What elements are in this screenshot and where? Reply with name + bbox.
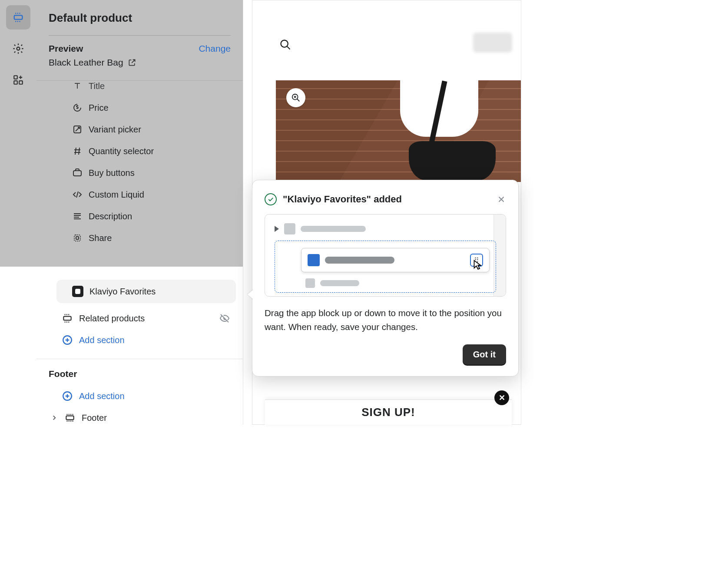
page-title: Default product [49,11,231,25]
add-section-label: Add section [79,391,125,401]
preview-product-name: Black Leather Bag [49,57,123,68]
tree-item-label: Share [89,233,112,243]
close-icon[interactable] [497,195,506,204]
sidebar-header: Default product Preview Change Black Lea… [36,0,243,81]
tree-item-custom-liquid[interactable]: Custom Liquid [36,184,243,205]
tree-item-label: Related products [79,314,145,324]
drag-illustration [265,214,506,297]
price-icon [72,102,83,113]
section-icon [64,412,76,423]
sections-tab-icon[interactable] [6,5,30,30]
popover-body: Drag the app block up or down to move it… [265,306,506,334]
footer-section: Footer Add section Footer [36,359,243,425]
tree-item-share[interactable]: Share [36,227,243,249]
signup-banner: ✕ SIGN UP! [265,400,512,425]
tree-item-label: Description [89,211,132,221]
add-section[interactable]: Add section [36,329,243,351]
code-icon [72,189,83,200]
footer-add-section[interactable]: Add section [36,385,243,407]
popover: "Klaviyo Favorites" added Drag th [252,180,519,377]
svg-rect-9 [63,317,71,320]
product-image [276,80,521,182]
store-logo [473,33,512,53]
footer-item-label: Footer [82,413,107,423]
svg-rect-2 [14,76,17,79]
svg-point-1 [17,47,20,50]
success-icon [265,193,277,205]
change-link[interactable]: Change [199,43,231,54]
preview-label: Preview [49,43,83,54]
close-icon[interactable]: ✕ [494,390,509,405]
tree-item-price[interactable]: Price [36,97,243,119]
tree-item-label: Klaviyo Favorites [89,287,156,297]
plus-circle-icon [62,390,73,402]
variant-icon [72,124,83,135]
tree-item-label: Price [89,103,109,113]
tree-item-variant[interactable]: Variant picker [36,119,243,140]
section-icon [62,313,73,324]
plus-circle-icon [62,334,73,346]
svg-rect-0 [14,15,23,19]
tree-list-lower: Klaviyo Favorites Related products Add s… [36,267,243,425]
svg-rect-8 [76,237,79,239]
preview-product[interactable]: Black Leather Bag [49,57,231,68]
tree-item-quantity[interactable]: Quantity selector [36,140,243,162]
tree-item-related[interactable]: Related products [36,307,243,329]
popover-title: "Klaviyo Favorites" added [283,194,490,205]
tree-item-label: Title [89,81,105,91]
search-icon[interactable] [279,39,291,51]
sidebar: Default product Preview Change Black Lea… [36,0,243,425]
footer-item[interactable]: Footer [36,407,243,425]
tree-item-label: Buy buttons [89,168,135,178]
description-icon [72,211,83,221]
collapse-icon [275,226,279,232]
footer-heading: Footer [36,369,243,385]
external-link-icon [128,58,136,67]
share-icon [72,233,83,243]
svg-rect-7 [74,235,80,241]
image-zoom-button[interactable] [286,88,305,107]
tree-item-label: Variant picker [89,125,141,135]
title-icon [72,81,83,91]
tree-item-title[interactable]: Title [36,81,243,97]
svg-rect-3 [14,81,17,84]
svg-point-13 [281,40,288,47]
divider [49,35,231,36]
tree-item-label: Quantity selector [89,146,154,156]
icon-rail [0,0,36,267]
add-section-label: Add section [79,335,125,345]
svg-rect-12 [66,416,73,420]
settings-tab-icon[interactable] [6,36,30,61]
buy-icon [72,168,83,178]
got-it-button[interactable]: Got it [463,344,506,365]
klaviyo-icon [72,286,83,297]
hash-icon [72,146,83,156]
apps-tab-icon[interactable] [6,68,30,92]
tree-item-klaviyo[interactable]: Klaviyo Favorites [56,280,236,303]
tree-item-description[interactable]: Description [36,205,243,227]
signup-text: SIGN UP! [361,406,415,419]
popover-arrow [248,289,254,300]
svg-rect-6 [73,171,81,176]
tree-list: Title Price Variant picker Quantity sele… [36,81,243,267]
tree-item-label: Custom Liquid [89,190,144,200]
drag-handle-icon [470,254,483,267]
chevron-right-icon [50,414,58,422]
tree-item-buy[interactable]: Buy buttons [36,162,243,184]
svg-rect-4 [19,81,23,84]
hidden-icon[interactable] [219,313,230,324]
